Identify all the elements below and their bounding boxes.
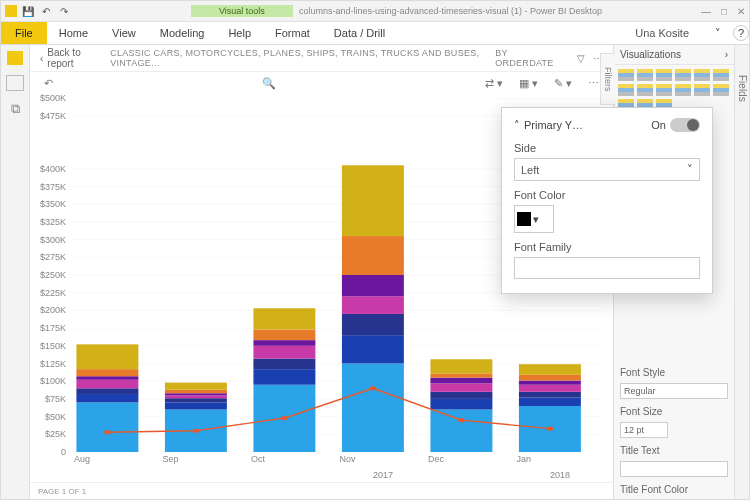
viz-type-icon[interactable] <box>637 84 653 96</box>
x-year-label: 2017 <box>373 470 393 480</box>
y-tick: $150K <box>40 341 66 351</box>
x-year-label: 2018 <box>550 470 570 480</box>
viz-type-icon[interactable] <box>656 84 672 96</box>
viz-type-icon[interactable] <box>637 69 653 81</box>
font-family-label: Font Family <box>514 241 700 253</box>
y-tick: $300K <box>40 235 66 245</box>
status-bar: PAGE 1 OF 1 <box>30 482 613 499</box>
tab-help[interactable]: Help <box>216 22 263 44</box>
data-view-icon[interactable] <box>6 75 24 91</box>
viz-type-icon[interactable] <box>675 69 691 81</box>
svg-rect-28 <box>165 398 227 402</box>
tab-view[interactable]: View <box>100 22 148 44</box>
x-axis: AugSepOctNovDecJan20172018 <box>72 454 603 474</box>
breadcrumb: ‹ Back to report CLASSIC CARS, MOTORCYCL… <box>30 45 613 72</box>
view-switcher: ⧉ <box>1 45 30 499</box>
svg-rect-55 <box>519 397 581 405</box>
help-icon[interactable]: ? <box>733 25 749 41</box>
title-font-color-label: Title Font Color <box>614 480 734 499</box>
redo-icon[interactable]: ↷ <box>57 4 71 18</box>
svg-rect-49 <box>430 392 492 399</box>
close-icon[interactable]: ✕ <box>737 6 745 17</box>
svg-rect-30 <box>165 393 227 395</box>
viz-type-icon[interactable] <box>675 84 691 96</box>
tab-home[interactable]: Home <box>47 22 100 44</box>
y-tick: $400K <box>40 164 66 174</box>
tab-format[interactable]: Format <box>263 22 322 44</box>
svg-rect-51 <box>430 378 492 384</box>
y-tick: $25K <box>45 429 66 439</box>
x-tick: Dec <box>426 454 515 474</box>
viz-type-icon[interactable] <box>656 69 672 81</box>
minimize-icon[interactable]: — <box>701 6 711 17</box>
back-button[interactable]: ‹ Back to report <box>40 47 102 69</box>
file-tab[interactable]: File <box>1 22 47 44</box>
svg-rect-22 <box>76 380 138 388</box>
y-tick: $250K <box>40 270 66 280</box>
font-color-swatch[interactable]: ▾ <box>514 205 554 233</box>
font-style-select[interactable]: Regular <box>620 383 728 399</box>
svg-rect-38 <box>253 330 315 341</box>
viz-type-icon[interactable] <box>694 84 710 96</box>
side-select[interactable]: Left˅ <box>514 158 700 181</box>
viz-type-icon[interactable] <box>618 69 634 81</box>
maximize-icon[interactable]: □ <box>721 6 727 17</box>
svg-rect-39 <box>253 308 315 329</box>
svg-rect-53 <box>430 359 492 373</box>
y-tick: $125K <box>40 359 66 369</box>
zoom-icon[interactable]: 🔍 <box>258 76 280 91</box>
svg-rect-34 <box>253 369 315 385</box>
tb-switch-icon[interactable]: ⇄ ▾ <box>481 76 507 91</box>
tb-grid-icon[interactable]: ▦ ▾ <box>515 76 542 91</box>
title-bar: 💾 ↶ ↷ Visual tools columns-and-lines-usi… <box>1 1 749 22</box>
svg-rect-25 <box>76 344 138 369</box>
page-indicator: PAGE 1 OF 1 <box>38 487 86 496</box>
save-icon[interactable]: 💾 <box>21 4 35 18</box>
svg-rect-59 <box>519 375 581 381</box>
model-view-icon[interactable]: ⧉ <box>11 101 20 117</box>
y-axis: 0$25K$50K$75K$100K$125K$150K$175K$200K$2… <box>30 98 70 452</box>
font-color-label: Font Color <box>514 189 700 201</box>
fields-pane-collapsed[interactable]: Fields <box>734 45 749 499</box>
drill-up-icon[interactable]: ↶ <box>40 76 57 91</box>
y-tick: $75K <box>45 394 66 404</box>
svg-rect-40 <box>342 364 404 453</box>
account-name[interactable]: Una Kosite <box>621 27 703 39</box>
tb-paint-icon[interactable]: ✎ ▾ <box>550 76 576 91</box>
pane-collapse-icon[interactable]: › <box>725 49 728 60</box>
viz-type-icon[interactable] <box>713 84 729 96</box>
svg-rect-50 <box>430 383 492 391</box>
svg-rect-37 <box>253 340 315 346</box>
svg-rect-56 <box>519 392 581 398</box>
svg-rect-23 <box>76 376 138 380</box>
back-label: Back to report <box>47 47 102 69</box>
svg-rect-31 <box>165 390 227 394</box>
svg-rect-21 <box>76 388 138 394</box>
app-icon <box>5 5 17 17</box>
y-tick: $375K <box>40 182 66 192</box>
svg-rect-42 <box>342 314 404 335</box>
font-size-input[interactable]: 12 pt <box>620 422 668 438</box>
y-tick: $200K <box>40 305 66 315</box>
filters-pane-collapsed[interactable]: Filters <box>600 53 615 105</box>
svg-rect-52 <box>430 373 492 377</box>
svg-rect-36 <box>253 346 315 359</box>
chevron-down-icon: ˅ <box>687 163 693 176</box>
filter-icon[interactable]: ▽ <box>577 53 585 64</box>
viz-type-icon[interactable] <box>618 84 634 96</box>
viz-type-icon[interactable] <box>694 69 710 81</box>
font-family-select[interactable] <box>514 257 700 279</box>
report-view-icon[interactable] <box>7 51 23 65</box>
popup-title: Primary Y… <box>524 119 583 131</box>
tab-modeling[interactable]: Modeling <box>148 22 217 44</box>
svg-rect-24 <box>76 369 138 376</box>
tab-data-drill[interactable]: Data / Drill <box>322 22 397 44</box>
primary-y-toggle[interactable] <box>670 118 700 132</box>
undo-icon[interactable]: ↶ <box>39 4 53 18</box>
viz-type-icon[interactable] <box>713 69 729 81</box>
y-tick: 0 <box>61 447 66 457</box>
ribbon-collapse-icon[interactable]: ˅ <box>703 22 733 44</box>
ribbon: File Home View Modeling Help Format Data… <box>1 22 749 45</box>
chevron-up-icon[interactable]: ˄ <box>514 119 520 132</box>
title-text-input[interactable] <box>620 461 728 477</box>
